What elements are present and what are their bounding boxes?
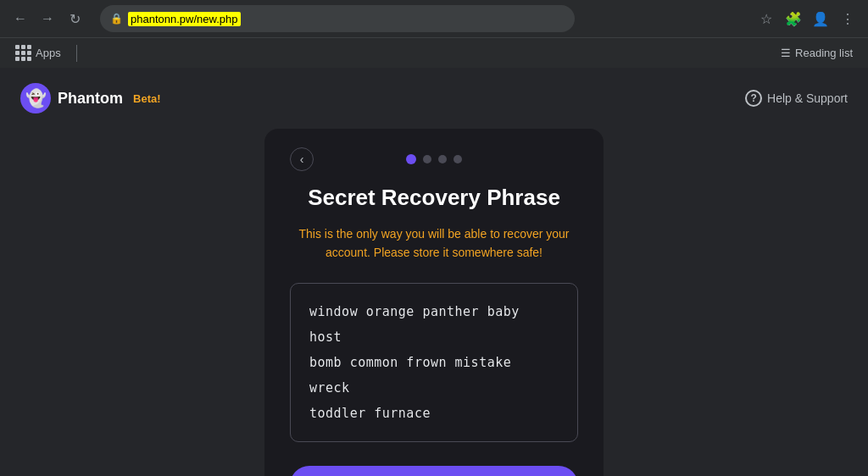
forward-button[interactable]: →	[36, 7, 59, 30]
pagination-dot-4	[453, 155, 462, 163]
card-subtitle: This is the only way you will be able to…	[290, 224, 578, 263]
extensions-button[interactable]: 🧩	[782, 7, 805, 30]
reading-list-icon: ☰	[781, 47, 791, 59]
back-button[interactable]: ←	[8, 7, 32, 30]
help-support-button[interactable]: ? Help & Support	[745, 90, 848, 107]
card-back-button[interactable]: ‹	[290, 147, 314, 171]
apps-label: Apps	[36, 47, 61, 59]
seed-phrase-box: window orange panther baby host bomb com…	[290, 283, 578, 442]
phantom-beta-label: Beta!	[133, 92, 161, 105]
lock-icon: 🔒	[110, 13, 123, 25]
help-support-label: Help & Support	[767, 91, 848, 105]
pagination-dot-2	[423, 155, 431, 163]
seed-line-2: bomb common frown mistake wreck	[309, 355, 511, 396]
phantom-nav: 👻 Phantom Beta! ? Help & Support	[0, 68, 868, 129]
bookmarks-bar: Apps ☰ Reading list	[0, 37, 868, 68]
seed-line-1: window orange panther baby host	[309, 304, 520, 345]
browser-chrome: ← → ↻ 🔒 phantonn.pw/new.php ☆ 🧩 👤 ⋮ Apps	[0, 0, 868, 68]
ok-saved-button[interactable]: OK, I saved it somewhere	[290, 466, 578, 476]
browser-topbar: ← → ↻ 🔒 phantonn.pw/new.php ☆ 🧩 👤 ⋮	[0, 0, 868, 37]
apps-grid-icon	[15, 45, 31, 61]
phantom-ghost-icon: 👻	[20, 83, 51, 113]
url-text: phantonn.pw/new.php	[128, 12, 241, 26]
secret-recovery-card: ‹ Secret Recovery Phrase This is the onl…	[264, 129, 604, 476]
reading-list-label: Reading list	[795, 47, 853, 59]
help-icon: ?	[745, 90, 762, 107]
star-button[interactable]: ☆	[754, 7, 778, 30]
bookmarks-divider	[76, 45, 77, 62]
pagination-dot-3	[438, 155, 447, 163]
page-content: 👻 Phantom Beta! ? Help & Support ‹ Secre…	[0, 68, 868, 476]
more-button[interactable]: ⋮	[836, 7, 860, 30]
phantom-brand-name: Phantom	[58, 90, 123, 108]
seed-words: window orange panther baby host bomb com…	[309, 299, 559, 426]
phantom-logo: 👻 Phantom Beta!	[20, 83, 161, 113]
nav-buttons: ← → ↻	[8, 7, 86, 30]
ghost-emoji: 👻	[25, 88, 47, 108]
address-bar[interactable]: 🔒 phantonn.pw/new.php	[100, 5, 575, 32]
reload-button[interactable]: ↻	[63, 7, 86, 30]
reading-list-button[interactable]: ☰ Reading list	[776, 43, 858, 63]
pagination-dot-1	[406, 154, 416, 164]
pagination: ‹	[290, 154, 578, 164]
browser-actions: ☆ 🧩 👤 ⋮	[754, 7, 860, 30]
apps-button[interactable]: Apps	[10, 42, 66, 64]
card-title: Secret Recovery Phrase	[308, 185, 560, 211]
profile-button[interactable]: 👤	[809, 7, 832, 30]
seed-line-3: toddler furnace	[309, 406, 431, 421]
address-bar-wrapper: 🔒 phantonn.pw/new.php	[100, 5, 575, 32]
